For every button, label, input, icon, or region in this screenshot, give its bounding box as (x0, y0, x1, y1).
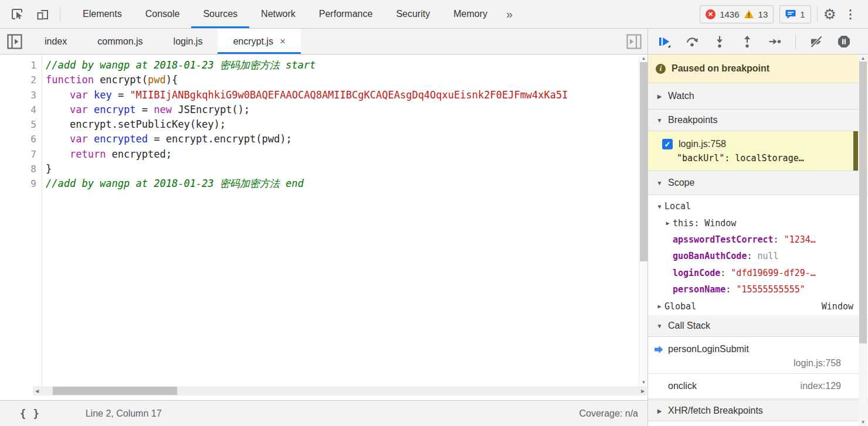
step-out-icon[interactable] (740, 35, 754, 49)
section-watch[interactable]: ▶ Watch (648, 83, 868, 110)
line-number[interactable]: 5 (0, 117, 42, 132)
tab-memory[interactable]: Memory (442, 0, 499, 28)
scroll-left-arrow[interactable]: ◀ (33, 386, 41, 396)
scope-row-apsswordtestcorrect[interactable]: apsswordTestCorrect: "1234… (648, 231, 868, 248)
sidebar-scroll-thumb[interactable] (859, 62, 867, 343)
line-number[interactable]: 1 (0, 58, 42, 73)
callstack-frame-onclick[interactable]: onclickindex:129 (648, 374, 868, 399)
breakpoint-location[interactable]: login.js:758 (679, 139, 726, 149)
line-number[interactable]: 9 (0, 176, 42, 191)
file-tab-encrypt-js[interactable]: encrypt.js× (218, 29, 300, 54)
warning-count: 13 (758, 9, 768, 19)
scope-row-guobanauthcode[interactable]: guoBanAuthCode: null (648, 248, 868, 264)
code-line[interactable]: var key = "MIIBIjANBgkqhkiG9w0BAQEFAAOCA… (46, 88, 647, 103)
tab-sources[interactable]: Sources (191, 0, 249, 28)
console-error-warning-badge[interactable]: ✕ 1436 13 (700, 5, 774, 23)
line-number[interactable]: 6 (0, 132, 42, 146)
more-tabs-button[interactable]: » (499, 0, 520, 28)
message-badge[interactable]: 1 (779, 5, 811, 23)
tab-security[interactable]: Security (384, 0, 442, 28)
scope-var-name: apsswordTestCorrect (673, 234, 774, 245)
close-tab-icon[interactable]: × (280, 36, 286, 47)
collapse-right-icon[interactable]: ▶ (656, 93, 663, 100)
toolbar-divider (60, 6, 60, 22)
tab-network[interactable]: Network (249, 0, 307, 28)
frame-location: index:129 (801, 381, 841, 391)
breakpoint-checkbox[interactable]: ✓ (662, 139, 673, 149)
section-breakpoints[interactable]: ▼ Breakpoints (648, 110, 868, 131)
hscroll-track[interactable]: ◀ ▶ (33, 386, 647, 396)
scroll-down-arrow[interactable]: ▼ (859, 418, 867, 426)
scope-row-personname[interactable]: personName: "15555555555" (648, 281, 868, 298)
code-line[interactable]: return encrypted; (46, 147, 647, 162)
code-token: = (136, 104, 154, 115)
breakpoint-code-snippet[interactable]: "backUrl": localStorage… (677, 153, 868, 163)
deactivate-breakpoints-icon[interactable] (809, 35, 823, 49)
step-over-icon[interactable] (685, 35, 699, 49)
code-line[interactable]: } (46, 162, 647, 176)
collapse-down-icon[interactable]: ▼ (656, 117, 663, 124)
pretty-print-button[interactable]: { } (20, 408, 40, 420)
code-line[interactable]: //add by wangp at 2018-01-23 密码加密方法 star… (46, 58, 647, 73)
code-editor[interactable]: 123456789 //add by wangp at 2018-01-23 密… (0, 54, 647, 386)
section-call-stack[interactable]: ▼ Call Stack (648, 315, 868, 337)
tab-performance[interactable]: Performance (307, 0, 385, 28)
show-navigator-icon[interactable] (6, 33, 23, 50)
file-tab-common-js[interactable]: common.js (82, 29, 158, 54)
section-scope[interactable]: ▼ Scope (648, 171, 868, 195)
expand-down-icon[interactable]: ▼ (656, 203, 663, 210)
expand-right-icon[interactable]: ▶ (664, 220, 671, 226)
code-token: encrypted; (106, 148, 172, 160)
scope-row-logincode[interactable]: loginCode: "dfd19699-df29-… (648, 265, 868, 281)
settings-gear-icon[interactable]: ⚙ (823, 7, 836, 22)
scope-row-this[interactable]: ▶this: Window (648, 214, 868, 231)
sources-panel: indexcommon.jslogin.jsencrypt.js× 123456… (0, 29, 868, 426)
inspect-element-icon[interactable] (8, 5, 26, 23)
file-tab-index[interactable]: index (29, 29, 82, 54)
file-tab-label: common.js (97, 36, 143, 47)
code-lines[interactable]: //add by wangp at 2018-01-23 密码加密方法 star… (42, 54, 647, 386)
scope-row-local[interactable]: ▼Local (648, 198, 868, 214)
scroll-right-arrow[interactable]: ▶ (639, 386, 647, 396)
more-options-icon[interactable]: ⋮ (842, 7, 859, 21)
collapse-right-icon[interactable]: ▶ (656, 408, 663, 414)
hide-debugger-pane-icon[interactable] (625, 33, 643, 50)
collapse-down-icon[interactable]: ▼ (656, 323, 663, 329)
code-vertical-scrollbar[interactable]: ▲ ▼ (639, 54, 647, 386)
line-number[interactable]: 4 (0, 103, 42, 117)
line-number[interactable]: 2 (0, 73, 42, 87)
code-vscroll-thumb[interactable] (640, 62, 647, 261)
code-line[interactable]: var encrypt = new JSEncrypt(); (46, 103, 647, 117)
scroll-down-arrow[interactable]: ▼ (639, 379, 647, 386)
line-number-gutter[interactable]: 123456789 (0, 54, 42, 386)
tab-console[interactable]: Console (134, 0, 192, 28)
device-toolbar-icon[interactable] (34, 5, 52, 23)
tab-elements[interactable]: Elements (71, 0, 134, 28)
section-xhr-breakpoints[interactable]: ▶ XHR/fetch Breakpoints (648, 399, 868, 421)
hscroll-thumb[interactable] (53, 387, 177, 395)
code-line[interactable]: encrypt.setPublicKey(key); (46, 117, 647, 132)
file-tab-login-js[interactable]: login.js (158, 29, 218, 54)
collapse-down-icon[interactable]: ▼ (656, 180, 663, 186)
code-token (88, 104, 94, 115)
step-icon[interactable] (768, 35, 782, 49)
code-token: "MIIBIjANBgkqhkiG9w0BAQEFAAOCAQ8AMIIBCgK… (130, 89, 568, 101)
breakpoint-entry[interactable]: ✓ login.js:758 "backUrl": localStorage… (648, 131, 868, 171)
resume-script-icon[interactable] (657, 35, 672, 49)
pause-on-exceptions-icon[interactable] (837, 35, 851, 49)
code-token: = encrypt.encrypt(pwd); (148, 133, 292, 145)
expand-right-icon[interactable]: ▶ (656, 303, 663, 309)
callstack-frame-personloginsubmit[interactable]: personLoginSubmitlogin.js:758 (648, 337, 868, 374)
line-number[interactable]: 3 (0, 88, 42, 103)
scroll-up-arrow[interactable]: ▲ (639, 54, 647, 62)
code-horizontal-scrollbar[interactable]: ◀ ▶ (0, 386, 647, 396)
code-line[interactable]: var encrypted = encrypt.encrypt(pwd); (46, 132, 647, 146)
line-number[interactable]: 7 (0, 147, 42, 162)
line-number[interactable]: 8 (0, 162, 42, 176)
warning-icon (744, 9, 754, 19)
code-line[interactable]: //add by wangp at 2018-01-23 密码加密方法 end (46, 176, 647, 191)
sidebar-scrollbar[interactable]: ▲ ▼ (859, 54, 867, 426)
scope-row-global[interactable]: ▶GlobalWindow (648, 298, 868, 314)
code-line[interactable]: function encrypt(pwd){ (46, 73, 647, 87)
step-into-icon[interactable] (713, 35, 727, 49)
